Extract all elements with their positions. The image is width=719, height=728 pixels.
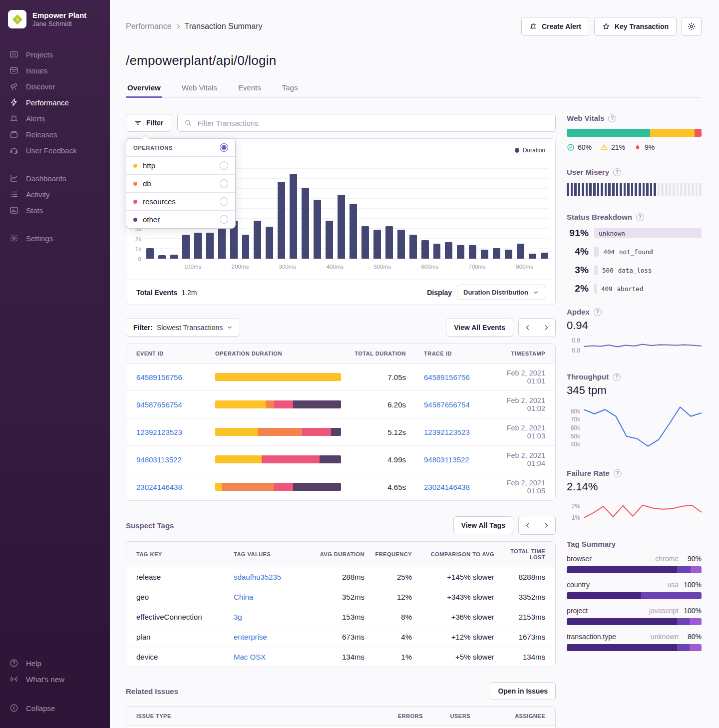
histogram-bar[interactable] (493, 248, 500, 259)
open-in-issues-button[interactable]: Open in Issues (490, 682, 556, 700)
tag-value-link[interactable]: Mac OSX (234, 653, 266, 661)
histogram-bar[interactable] (541, 253, 548, 259)
filter-button[interactable]: Filter (126, 114, 171, 132)
event-id-link[interactable]: 23024146438 (136, 483, 215, 491)
operation-item-resources[interactable]: resources (126, 193, 235, 211)
tags-prev-button[interactable] (518, 516, 537, 535)
sidebar-item-whats-new[interactable]: What's new (0, 671, 110, 687)
sidebar-item-settings[interactable]: Settings (0, 230, 110, 246)
histogram-bar[interactable] (517, 244, 524, 259)
tag-value-link[interactable]: enterprise (234, 633, 267, 641)
sidebar-item-help[interactable]: Help (0, 655, 110, 671)
question-icon[interactable]: ? (608, 114, 616, 122)
create-alert-button[interactable]: Create Alert (521, 17, 589, 36)
operations-all-radio[interactable] (220, 143, 228, 152)
tab-overview[interactable]: Overview (126, 78, 162, 98)
histogram-bar[interactable] (206, 233, 214, 259)
sidebar-item-discover[interactable]: Discover (0, 78, 110, 94)
operation-item-other[interactable]: other (126, 211, 235, 228)
sidebar-item-performance[interactable]: Performance (0, 94, 110, 110)
histogram-bar[interactable] (218, 228, 226, 259)
histogram-bar[interactable] (314, 200, 321, 259)
events-prev-button[interactable] (518, 318, 537, 337)
histogram-bar[interactable] (326, 221, 333, 259)
event-id-link[interactable]: 64589156756 (136, 373, 215, 381)
event-id-link[interactable]: 12392123523 (136, 428, 215, 436)
histogram-bar[interactable] (302, 188, 309, 259)
trace-id-link[interactable]: 12392123523 (424, 428, 470, 436)
tag-value-link[interactable]: sdaufhu35235 (234, 573, 281, 581)
events-next-button[interactable] (537, 318, 556, 337)
histogram-bar[interactable] (409, 235, 417, 259)
tag-summary-bar[interactable] (567, 644, 702, 651)
view-all-events-button[interactable]: View All Events (446, 319, 513, 337)
histogram-bar[interactable] (481, 250, 488, 259)
question-icon[interactable]: ? (613, 168, 621, 176)
operation-radio-other[interactable] (220, 215, 228, 224)
settings-button[interactable] (682, 17, 702, 36)
org-switcher[interactable]: Empower Plant Jane Schmidt (0, 10, 110, 28)
question-icon[interactable]: ? (614, 469, 622, 477)
histogram-bar[interactable] (254, 221, 261, 259)
operation-item-db[interactable]: db (126, 175, 235, 193)
tags-next-button[interactable] (537, 516, 556, 535)
histogram-bar[interactable] (529, 254, 536, 259)
histogram-bar[interactable] (242, 235, 250, 259)
sidebar-item-dashboards[interactable]: Dashboards (0, 170, 110, 186)
tag-summary-bar[interactable] (567, 592, 702, 599)
histogram-bar[interactable] (194, 233, 202, 259)
key-transaction-button[interactable]: Key Transaction (594, 17, 677, 36)
tag-summary-bar[interactable] (567, 618, 702, 625)
histogram-bar[interactable] (469, 245, 476, 259)
histogram-bar[interactable] (290, 174, 297, 259)
histogram-bar[interactable] (278, 182, 285, 259)
tab-web-vitals[interactable]: Web Vitals (180, 78, 219, 98)
operations-dropdown-header[interactable]: OPERATIONS (126, 139, 235, 157)
event-id-link[interactable]: 94803113522 (136, 455, 215, 464)
trace-id-link[interactable]: 94803113522 (424, 455, 469, 464)
event-id-link[interactable]: 94587656754 (136, 400, 215, 409)
histogram-bar[interactable] (457, 245, 464, 259)
trace-id-link[interactable]: 94587656754 (424, 400, 470, 409)
histogram-bar[interactable] (421, 240, 429, 259)
events-filter-select[interactable]: Filter: Slowest Transactions (126, 319, 240, 337)
histogram-bar[interactable] (385, 226, 393, 259)
tag-value-link[interactable]: 3g (234, 613, 242, 621)
sidebar-item-user-feedback[interactable]: User Feedback (0, 142, 110, 158)
tab-tags[interactable]: Tags (281, 78, 300, 98)
sidebar-item-stats[interactable]: Stats (0, 202, 110, 218)
breadcrumb-performance[interactable]: Performance (126, 22, 172, 31)
histogram-bar[interactable] (505, 250, 512, 259)
search-input[interactable] (197, 119, 549, 127)
histogram-bar[interactable] (158, 255, 166, 259)
question-icon[interactable]: ? (613, 373, 621, 381)
display-select[interactable]: Duration Distribution (457, 285, 545, 300)
tag-value-link[interactable]: China (234, 593, 253, 601)
question-icon[interactable]: ? (636, 213, 644, 221)
sidebar-item-collapse[interactable]: Collapse (0, 700, 110, 716)
histogram-bar[interactable] (170, 255, 178, 259)
histogram-bar[interactable] (350, 204, 357, 259)
operation-radio-resources[interactable] (220, 197, 228, 206)
operation-radio-http[interactable] (220, 161, 228, 170)
sidebar-item-issues[interactable]: Issues (0, 62, 110, 78)
sidebar-item-alerts[interactable]: Alerts (0, 110, 110, 126)
sidebar-item-activity[interactable]: Activity (0, 186, 110, 202)
histogram-bar[interactable] (361, 226, 369, 259)
histogram-bar[interactable] (397, 230, 405, 259)
histogram-bar[interactable] (146, 248, 154, 259)
histogram-bar[interactable] (445, 242, 452, 259)
histogram-bar[interactable] (338, 195, 345, 259)
histogram-bar[interactable] (373, 230, 381, 259)
sidebar-item-projects[interactable]: Projects (0, 46, 110, 62)
view-all-tags-button[interactable]: View All Tags (453, 516, 513, 534)
tab-events[interactable]: Events (237, 78, 263, 98)
operation-radio-db[interactable] (220, 179, 228, 188)
histogram-bar[interactable] (182, 235, 190, 259)
question-icon[interactable]: ? (594, 308, 602, 316)
trace-id-link[interactable]: 64589156756 (424, 373, 470, 381)
sidebar-item-releases[interactable]: Releases (0, 126, 110, 142)
tag-summary-bar[interactable] (567, 566, 702, 573)
histogram-bar[interactable] (433, 244, 441, 259)
histogram-bar[interactable] (266, 227, 273, 259)
